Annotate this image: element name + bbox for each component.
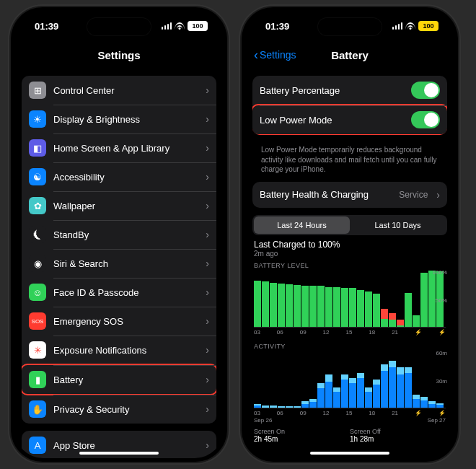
toggle-low-power-mode[interactable] (411, 111, 440, 128)
chevron-right-icon: › (206, 315, 209, 327)
screen-off-label: Screen Off (350, 428, 446, 435)
row-faceid[interactable]: ☺Face ID & Passcode› (22, 278, 216, 307)
row-accessibility[interactable]: ☯Accessibility› (22, 162, 216, 191)
settings-list[interactable]: ⊞Control Center›☀Display & Brightness›◧H… (14, 69, 224, 458)
row-battery-percentage[interactable]: Battery Percentage (252, 76, 447, 105)
chevron-right-icon: › (206, 142, 209, 154)
xaxis-days: Sep 26 Sep 27 (254, 417, 446, 424)
chevron-right-icon: › (206, 286, 209, 298)
chevron-right-icon: › (206, 84, 209, 96)
battery-level-heading: BATTERY LEVEL (254, 262, 446, 269)
screen-battery: 01:39 100 ‹ Settings Battery Battery Per… (245, 11, 454, 458)
appstore-icon: A (29, 437, 46, 454)
group-health: Battery Health & Charging Service › (252, 182, 447, 208)
back-label: Settings (260, 49, 296, 61)
screen-on-value: 2h 45m (254, 435, 350, 443)
row-control-center[interactable]: ⊞Control Center› (22, 76, 216, 105)
xaxis-hours: 03060912151821⚡⚡ (254, 329, 446, 336)
chevron-right-icon: › (206, 200, 209, 211)
label: Privacy & Security (53, 404, 198, 415)
wifi-icon (175, 22, 185, 30)
toggle-battery-percentage[interactable] (411, 82, 440, 99)
group-toggles: Battery Percentage Low Power Mode (252, 76, 447, 135)
row-standby[interactable]: ⏾StandBy› (22, 220, 216, 249)
time-range-segmented[interactable]: Last 24 Hours Last 10 Days (252, 215, 447, 235)
detail: Service (399, 190, 428, 200)
low-power-footnote: Low Power Mode temporarily reduces backg… (252, 142, 447, 175)
label: Wallpaper (53, 201, 198, 211)
ylabel-30m: 30m (436, 378, 447, 385)
last-charged-sub: 2m ago (254, 250, 446, 258)
chevron-right-icon: › (206, 374, 209, 385)
day-a: Sep 26 (254, 417, 272, 424)
screen-on-label: Screen On (254, 428, 350, 435)
row-battery[interactable]: ▮Battery› (22, 365, 216, 394)
chevron-right-icon: › (206, 229, 209, 240)
page-title: Settings (97, 49, 140, 61)
seg-last-24h[interactable]: Last 24 Hours (254, 216, 350, 234)
label: Face ID & Passcode (53, 287, 198, 298)
home-indicator[interactable] (79, 452, 159, 455)
battery-icon: ▮ (29, 371, 46, 388)
chart-activity: 60m 30m (254, 351, 446, 408)
exposure-icon: ✳ (29, 341, 46, 359)
label: Exposure Notifications (53, 345, 198, 356)
xaxis-hours-2: 03060912151821⚡⚡ (254, 410, 446, 416)
home-indicator[interactable] (310, 452, 389, 455)
navbar: Settings (14, 41, 224, 69)
notch (87, 17, 151, 36)
notch (317, 17, 382, 36)
privacy-icon: ✋ (29, 400, 46, 418)
label: Emergency SOS (53, 316, 198, 327)
row-low-power-mode[interactable]: Low Power Mode (252, 105, 447, 134)
chart-battery-level: 100% 50% (254, 271, 446, 328)
status-time: 01:39 (35, 21, 58, 32)
signal-icon (392, 22, 403, 30)
row-display-brightness[interactable]: ☀Display & Brightness› (22, 105, 216, 133)
seg-last-10d[interactable]: Last 10 Days (350, 216, 446, 234)
chevron-right-icon: › (206, 403, 209, 415)
label: StandBy (53, 229, 198, 240)
back-button[interactable]: ‹ Settings (254, 48, 296, 61)
label: Battery Percentage (260, 85, 404, 96)
chevron-right-icon: › (206, 258, 209, 269)
chevron-right-icon: › (206, 344, 209, 356)
label: Battery (53, 374, 198, 385)
display-brightness-icon: ☀ (29, 110, 46, 128)
row-privacy[interactable]: ✋Privacy & Security› (22, 395, 216, 424)
screen-settings: 01:39 100 Settings ⊞Control Center›☀Disp… (14, 11, 224, 458)
ylabel-100: 100% (433, 269, 447, 276)
label: Control Center (53, 85, 198, 96)
chevron-right-icon: › (206, 171, 209, 183)
sos-icon: SOS (29, 312, 46, 330)
wifi-icon (405, 22, 415, 30)
control-center-icon: ⊞ (29, 82, 46, 99)
row-home-screen[interactable]: ◧Home Screen & App Library› (22, 133, 216, 162)
screen-off-value: 1h 28m (350, 435, 446, 443)
phone-settings: 01:39 100 Settings ⊞Control Center›☀Disp… (11, 7, 227, 462)
label: Display & Brightness (53, 114, 198, 125)
row-exposure[interactable]: ✳Exposure Notifications› (22, 336, 216, 364)
settings-group-1: ⊞Control Center›☀Display & Brightness›◧H… (22, 76, 216, 424)
faceid-icon: ☺ (29, 284, 46, 301)
chevron-right-icon: › (206, 439, 209, 451)
day-b: Sep 27 (428, 417, 446, 424)
accessibility-icon: ☯ (29, 168, 46, 185)
signal-icon (162, 22, 172, 30)
navbar: ‹ Settings Battery (245, 41, 454, 69)
chevron-right-icon: › (436, 189, 440, 201)
battery-content[interactable]: Battery Percentage Low Power Mode Low Po… (245, 69, 454, 458)
label: Battery Health & Charging (260, 189, 392, 200)
label: Low Power Mode (260, 115, 404, 126)
last-charged-block: Last Charged to 100% 2m ago BATTERY LEVE… (252, 240, 447, 443)
row-siri[interactable]: ◉Siri & Search› (22, 249, 216, 278)
ylabel-50: 50% (436, 297, 447, 304)
row-sos[interactable]: SOSEmergency SOS› (22, 307, 216, 336)
phone-battery: 01:39 100 ‹ Settings Battery Battery Per… (242, 7, 458, 462)
wallpaper-icon: ✿ (29, 197, 46, 214)
chevron-right-icon: › (206, 113, 209, 125)
row-battery-health[interactable]: Battery Health & Charging Service › (252, 182, 447, 208)
last-charged-title: Last Charged to 100% (254, 240, 446, 250)
standby-icon: ⏾ (29, 226, 46, 243)
row-wallpaper[interactable]: ✿Wallpaper› (22, 191, 216, 220)
